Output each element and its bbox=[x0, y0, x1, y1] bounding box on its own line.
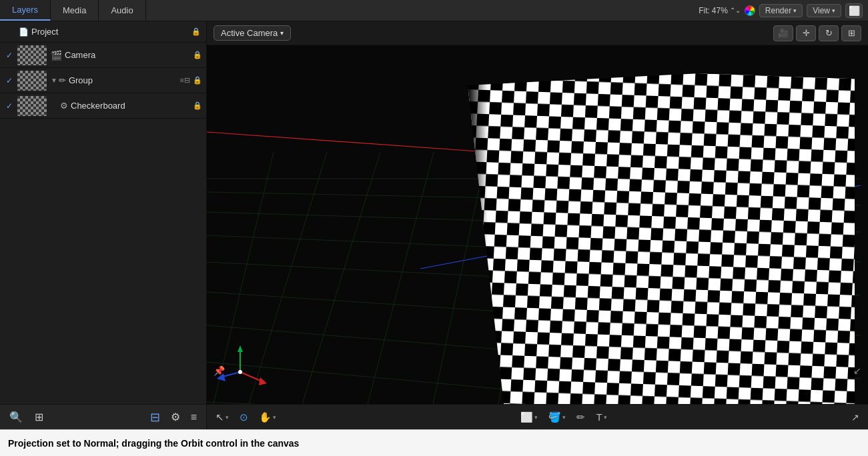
svg-point-30 bbox=[238, 370, 242, 374]
layers-button[interactable]: ≡ bbox=[188, 410, 199, 425]
fit-label: Fit: bbox=[699, 6, 710, 15]
orbit-tool-btn[interactable]: ⊙ bbox=[236, 410, 252, 425]
group-extra-icon: ≡⊟ bbox=[180, 76, 190, 85]
camera-view-btn[interactable]: 🎥 bbox=[773, 25, 793, 41]
text-chevron-icon: ▾ bbox=[604, 414, 607, 421]
pencil-tool-btn[interactable]: ✏ bbox=[573, 410, 588, 425]
fit-control: Fit: 47% ⌃⌄ bbox=[699, 6, 741, 15]
search-icon: 🔍 bbox=[9, 411, 23, 423]
layer-check-project bbox=[5, 27, 16, 37]
paint-chevron-icon: ▾ bbox=[562, 414, 566, 421]
layer-thumb-checkerboard bbox=[17, 96, 47, 116]
status-bar: Projection set to Normal; dragging the O… bbox=[0, 429, 868, 456]
tab-media[interactable]: Media bbox=[51, 0, 99, 21]
toolbar-center: ⊟ ⚙ ≡ bbox=[147, 409, 199, 426]
paint-bucket-icon: 🪣 bbox=[548, 411, 561, 423]
pan-icon: ✋ bbox=[259, 411, 272, 423]
camera-icon-btn: 🎥 bbox=[778, 28, 789, 38]
tab-audio[interactable]: Audio bbox=[99, 0, 145, 21]
transform-btn[interactable]: ✛ bbox=[796, 25, 816, 41]
text-icon: T bbox=[596, 411, 602, 423]
toolbar-left: 🔍 ⊞ bbox=[7, 409, 46, 425]
cursor-icon: ↖ bbox=[215, 411, 224, 423]
layer-item-checkerboard[interactable]: ⚙ Checkerboard 🔒 bbox=[0, 93, 206, 119]
lock-icon-checkerboard: 🔒 bbox=[193, 101, 202, 110]
top-right-controls: Fit: 47% ⌃⌄ Render ▾ View ▾ ⬜ bbox=[699, 3, 868, 18]
color-picker-icon[interactable] bbox=[745, 5, 755, 16]
lock-icon-project: 🔒 bbox=[191, 27, 201, 36]
status-text: Projection set to Normal; dragging the O… bbox=[8, 438, 299, 449]
layer-name-checkerboard: Checkerboard bbox=[71, 101, 193, 111]
camera-dropdown-label: Active Camera bbox=[221, 28, 278, 38]
more-icon: ⊞ bbox=[848, 28, 855, 38]
checker-plane bbox=[468, 65, 868, 404]
lock-icon-group: 🔒 bbox=[193, 76, 202, 85]
more-options-btn[interactable]: ⊞ bbox=[841, 25, 861, 41]
cursor-tool-btn[interactable]: ↖ ▾ bbox=[212, 410, 232, 425]
orbit-icon: ↻ bbox=[825, 28, 833, 38]
vp-toolbar-center: ⬜ ▾ 🪣 ▾ ✏ T ▾ bbox=[517, 410, 610, 425]
layer-check-camera[interactable] bbox=[4, 50, 15, 61]
project-doc-icon: 📄 bbox=[19, 27, 29, 37]
camera-icon: 🎬 bbox=[51, 50, 62, 61]
screen-icon: ⬜ bbox=[520, 411, 533, 423]
canvas-header: Active Camera ▾ 🎥 ✛ ↻ ⊞ bbox=[207, 21, 868, 45]
view-dropdown[interactable]: View ▾ bbox=[807, 4, 841, 17]
transform-icon: ✛ bbox=[803, 28, 810, 38]
viewport-bottom-toolbar: ↖ ▾ ⊙ ✋ ▾ ⬜ ▾ 🪣 ▾ bbox=[207, 404, 868, 429]
cursor-chevron-icon: ▾ bbox=[226, 414, 229, 421]
render-label: Render bbox=[765, 6, 791, 15]
fit-value: 47% bbox=[712, 6, 728, 15]
paint-bucket-btn[interactable]: 🪣 ▾ bbox=[545, 410, 569, 425]
canvas-right-buttons: 🎥 ✛ ↻ ⊞ bbox=[773, 25, 861, 41]
corner-resize-btn[interactable]: ↗ bbox=[848, 411, 863, 424]
panel-bottom-toolbar: 🔍 ⊞ ⊟ ⚙ ≡ bbox=[0, 404, 206, 429]
corner-icon: ↗ bbox=[851, 412, 859, 423]
canvas-area: Active Camera ▾ 🎥 ✛ ↻ ⊞ bbox=[207, 21, 868, 429]
layer-thumb-camera bbox=[17, 45, 47, 65]
resize-handle-icon[interactable]: ↙ bbox=[853, 365, 861, 376]
pan-chevron-icon: ▾ bbox=[273, 414, 276, 421]
checkerboard-settings-icon: ⚙ bbox=[60, 101, 68, 111]
layer-item-camera[interactable]: 🎬 Camera 🔒 bbox=[0, 43, 206, 68]
display-options-btn[interactable]: ⬜ bbox=[845, 3, 863, 18]
grid-button[interactable]: ⊟ bbox=[147, 409, 163, 426]
pin-icon: 📌 bbox=[213, 365, 225, 376]
tab-layers[interactable]: Layers bbox=[0, 0, 51, 21]
layer-name-project: Project bbox=[31, 27, 191, 37]
layer-check-checkerboard[interactable] bbox=[4, 101, 15, 111]
search-button[interactable]: 🔍 bbox=[7, 409, 25, 425]
expand-icon-group[interactable]: ▼ bbox=[51, 77, 57, 84]
vp-toolbar-left: ↖ ▾ ⊙ ✋ ▾ bbox=[212, 410, 280, 425]
orbit-circle-icon: ⊙ bbox=[240, 411, 248, 423]
camera-dropdown-chevron-icon: ▾ bbox=[280, 29, 284, 37]
tab-media-label: Media bbox=[63, 5, 86, 15]
render-chevron-icon: ▾ bbox=[793, 7, 797, 14]
screen-chevron-icon: ▾ bbox=[534, 414, 538, 421]
pan-tool-btn[interactable]: ✋ ▾ bbox=[256, 410, 280, 425]
display-icon: ⬜ bbox=[849, 5, 860, 16]
vp-toolbar-right: ↗ bbox=[848, 411, 863, 424]
settings-button[interactable]: ⚙ bbox=[168, 409, 183, 425]
tab-group: Layers Media Audio bbox=[0, 0, 146, 21]
text-tool-btn[interactable]: T ▾ bbox=[592, 410, 610, 424]
layer-item-project[interactable]: 📄 Project 🔒 bbox=[0, 21, 206, 43]
checker-svg bbox=[468, 65, 868, 404]
screen-tool-btn[interactable]: ⬜ ▾ bbox=[517, 410, 541, 425]
group-pen-icon: ✏ bbox=[59, 75, 66, 85]
tab-audio-label: Audio bbox=[111, 5, 133, 15]
render-dropdown[interactable]: Render ▾ bbox=[759, 4, 803, 17]
orbit-btn[interactable]: ↻ bbox=[819, 25, 839, 41]
layout-button[interactable]: ⊞ bbox=[32, 409, 46, 425]
viewport[interactable]: 📌 ↙ bbox=[207, 45, 868, 404]
pencil-icon: ✏ bbox=[576, 411, 585, 423]
layers-icon: ≡ bbox=[191, 411, 197, 423]
main-area: 📄 Project 🔒 🎬 Camera 🔒 ▼ bbox=[0, 21, 868, 429]
svg-rect-37 bbox=[468, 65, 601, 404]
layers-list: 📄 Project 🔒 🎬 Camera 🔒 ▼ bbox=[0, 21, 206, 404]
active-camera-dropdown[interactable]: Active Camera ▾ bbox=[213, 25, 291, 41]
layout-icon: ⊞ bbox=[35, 411, 43, 423]
layer-check-group[interactable] bbox=[4, 75, 15, 86]
left-panel: 📄 Project 🔒 🎬 Camera 🔒 ▼ bbox=[0, 21, 207, 429]
layer-item-group[interactable]: ▼ ✏ Group ≡⊟ 🔒 bbox=[0, 68, 206, 93]
